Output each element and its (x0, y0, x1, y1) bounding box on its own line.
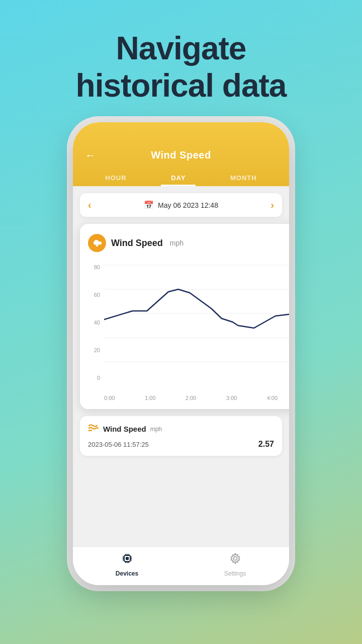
prev-date-button[interactable]: ‹ (88, 199, 92, 211)
nav-tab-settings[interactable]: Settings (181, 552, 289, 577)
chart-header: Wind Speed mph (88, 234, 289, 252)
bottom-card-title: Wind Speed (103, 425, 146, 433)
settings-icon (229, 552, 242, 568)
x-label-1: 1:00 (145, 395, 155, 401)
chart-plot (104, 260, 289, 381)
tab-day[interactable]: DAY (161, 171, 196, 186)
x-label-0: 0:00 (104, 395, 115, 401)
y-label-40: 40 (88, 319, 100, 326)
calendar-icon: 📅 (144, 200, 154, 210)
y-label-80: 80 (88, 264, 100, 270)
period-tabs: HOUR DAY MONTH (83, 168, 279, 186)
phone-mockup: ← Wind Speed HOUR DAY MONTH ‹ 📅 May 06 2… (73, 122, 289, 585)
tab-hour[interactable]: HOUR (95, 171, 136, 186)
svg-rect-6 (126, 557, 129, 560)
phone-header: ← Wind Speed HOUR DAY MONTH (73, 122, 289, 186)
chart-unit: mph (170, 239, 184, 247)
bottom-card-date: 2023-05-06 11:57:25 (88, 441, 149, 448)
x-axis: 0:00 1:00 2:00 3:00 4:00 5:00 (104, 395, 289, 401)
bottom-card-unit: mph (150, 426, 162, 433)
y-axis: 80 60 40 20 0 (88, 260, 100, 381)
x-label-4: 4:00 (267, 395, 278, 401)
chart-card: Wind Speed mph 80 60 40 20 0 (80, 224, 289, 409)
y-label-20: 20 (88, 347, 100, 353)
y-label-0: 0 (88, 375, 100, 381)
nav-bar: ← Wind Speed (83, 145, 279, 168)
bottom-data-card: Wind Speed mph 2023-05-06 11:57:25 2.57 (80, 416, 282, 456)
chart-title: Wind Speed (111, 238, 163, 249)
date-display: 📅 May 06 2023 12:48 (144, 200, 218, 210)
date-nav: ‹ 📅 May 06 2023 12:48 › (80, 193, 282, 217)
wind-cloud-icon (88, 234, 106, 252)
devices-label: Devices (116, 570, 138, 577)
bottom-card-row: 2023-05-06 11:57:25 2.57 (88, 440, 274, 449)
x-label-3: 3:00 (226, 395, 237, 401)
screen-title: Wind Speed (151, 149, 211, 161)
svg-point-19 (233, 557, 237, 560)
devices-icon (121, 552, 134, 568)
next-date-button[interactable]: › (270, 199, 274, 211)
date-value: May 06 2023 12:48 (158, 201, 218, 209)
back-button[interactable]: ← (85, 149, 96, 162)
nav-tab-devices[interactable]: Devices (73, 552, 181, 577)
settings-label: Settings (224, 570, 246, 577)
wind-speed-icon (88, 423, 99, 435)
bottom-card-value: 2.57 (258, 440, 274, 449)
tab-month[interactable]: MONTH (220, 171, 267, 186)
bottom-card-header: Wind Speed mph (88, 423, 274, 435)
hero-title: Navigate historical data (76, 30, 287, 104)
x-label-2: 2:00 (186, 395, 196, 401)
status-bar (83, 136, 279, 145)
phone-content: ‹ 📅 May 06 2023 12:48 › Wind Speed (73, 186, 289, 546)
bottom-nav: Devices Settings (73, 546, 289, 585)
y-label-60: 60 (88, 292, 100, 298)
chart-area: 80 60 40 20 0 (88, 260, 289, 401)
